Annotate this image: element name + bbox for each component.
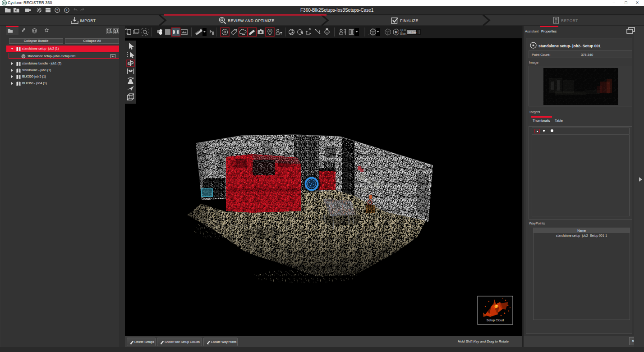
svg-text:Setup Cloud: Setup Cloud (487, 319, 504, 322)
svg-text:M: M (395, 31, 398, 34)
svg-text:FINALIZE: FINALIZE (400, 18, 419, 23)
svg-text:REPORT: REPORT (561, 18, 578, 23)
svg-text:i: i (66, 8, 67, 12)
svg-text:10.0 m: 10.0 m (408, 31, 416, 34)
svg-text:QLB: QLB (400, 28, 406, 32)
svg-text:+: + (110, 30, 113, 34)
svg-text:REVIEW AND OPTIMIZE: REVIEW AND OPTIMIZE (228, 18, 274, 23)
svg-text:IMPORT: IMPORT (80, 18, 96, 23)
svg-text:Size:: Size: (400, 32, 407, 35)
svg-text:?: ? (56, 8, 59, 12)
